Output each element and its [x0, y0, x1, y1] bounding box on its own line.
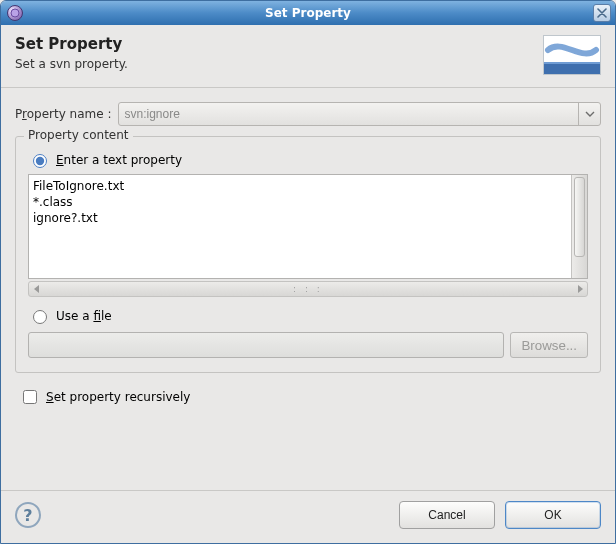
dialog-footer: ? Cancel OK: [1, 490, 615, 543]
label-seg: P: [15, 107, 22, 121]
property-name-input[interactable]: [119, 104, 579, 124]
enter-text-radio-row[interactable]: Enter a text property: [28, 151, 590, 168]
help-button[interactable]: ?: [15, 502, 41, 528]
property-name-row: Property name :: [15, 102, 601, 126]
label-seg: operty name :: [27, 107, 112, 121]
scroll-right-icon[interactable]: [573, 282, 587, 296]
use-file-radio[interactable]: [33, 310, 47, 324]
property-name-label: Property name :: [15, 107, 112, 121]
svg-rect-3: [544, 62, 600, 64]
header-text: Set Property Set a svn property.: [15, 35, 128, 71]
use-file-radio-row[interactable]: Use a file: [28, 307, 590, 324]
vertical-scrollbar[interactable]: [571, 175, 587, 278]
svn-logo: [543, 35, 601, 75]
label-seg: Use a: [56, 309, 93, 323]
chevron-down-icon: [585, 111, 595, 117]
svg-point-0: [11, 9, 19, 17]
label-mnemonic: E: [56, 153, 64, 167]
enter-text-label: Enter a text property: [56, 153, 182, 167]
close-icon: [597, 8, 607, 18]
combo-dropdown-button[interactable]: [578, 103, 600, 125]
header-title: Set Property: [15, 35, 128, 53]
label-seg: et property recursively: [54, 390, 191, 404]
scrollbar-track[interactable]: : : :: [43, 282, 573, 296]
dialog-body: Property name : Property content Enter a…: [1, 88, 615, 417]
scroll-left-icon[interactable]: [29, 282, 43, 296]
property-text-area[interactable]: FileToIgnore.txt *.class ignore?.txt: [29, 175, 571, 278]
label-mnemonic: f: [93, 309, 101, 323]
recursive-label: Set property recursively: [46, 390, 190, 404]
help-icon: ?: [23, 506, 32, 525]
dialog-window: Set Property Set Property Set a svn prop…: [0, 0, 616, 544]
ok-button[interactable]: OK: [505, 501, 601, 529]
use-file-label: Use a file: [56, 309, 112, 323]
label-seg: ile: [101, 309, 112, 323]
property-name-combo[interactable]: [118, 102, 602, 126]
horizontal-scrollbar[interactable]: : : :: [28, 281, 588, 297]
file-path-input: [28, 332, 504, 358]
label-seg: nter a text property: [64, 153, 182, 167]
cancel-button[interactable]: Cancel: [399, 501, 495, 529]
enter-text-radio[interactable]: [33, 154, 47, 168]
scrollbar-thumb[interactable]: [574, 177, 585, 257]
recursive-row[interactable]: Set property recursively: [15, 385, 601, 417]
property-text-wrap: FileToIgnore.txt *.class ignore?.txt: [28, 174, 588, 279]
footer-buttons: Cancel OK: [399, 501, 601, 529]
app-icon: [7, 5, 23, 21]
header-subtitle: Set a svn property.: [15, 57, 128, 71]
recursive-checkbox[interactable]: [23, 390, 37, 404]
browse-button: Browse...: [510, 332, 588, 358]
window-title: Set Property: [265, 6, 351, 20]
titlebar[interactable]: Set Property: [1, 1, 615, 25]
dialog-header: Set Property Set a svn property.: [1, 25, 615, 88]
property-content-group: Property content Enter a text property F…: [15, 136, 601, 373]
file-path-row: Browse...: [28, 332, 588, 358]
property-content-legend: Property content: [24, 128, 133, 142]
label-mnemonic: S: [46, 390, 54, 404]
close-button[interactable]: [593, 4, 611, 22]
